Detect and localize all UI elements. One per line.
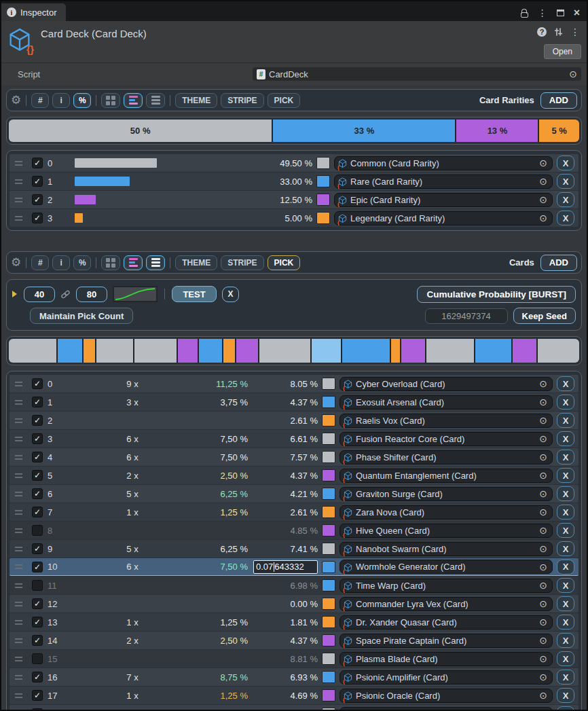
pick-strip-segment[interactable]: [96, 339, 133, 363]
drag-handle[interactable]: [10, 583, 27, 588]
object-picker-icon[interactable]: ⊙: [539, 471, 547, 480]
delete-row-button[interactable]: X: [557, 395, 574, 409]
drag-handle[interactable]: [10, 492, 27, 496]
color-swatch[interactable]: [322, 414, 335, 426]
object-picker-icon[interactable]: ⊙: [539, 581, 547, 590]
enabled-checkbox[interactable]: ✓: [32, 635, 43, 646]
delete-row-button[interactable]: X: [557, 651, 574, 666]
toolbar-button-pick[interactable]: PICK: [268, 255, 301, 270]
object-field[interactable]: {Nanobot Swarm (Card)⊙: [339, 542, 553, 556]
delete-row-button[interactable]: X: [557, 670, 574, 685]
enabled-checkbox[interactable]: ✓: [32, 525, 43, 536]
delete-row-button[interactable]: X: [557, 486, 574, 501]
card-row[interactable]: ✓13 x3,75 %4.37 %{Exosuit Arsenal (Card)…: [10, 393, 578, 411]
component-menu-icon[interactable]: ⋮: [570, 27, 580, 37]
object-field[interactable]: {Psionic Oracle (Card)⊙: [339, 689, 553, 703]
drag-handle[interactable]: [10, 418, 27, 423]
object-picker-icon[interactable]: ⊙: [539, 416, 547, 425]
color-swatch[interactable]: [322, 488, 335, 500]
card-row[interactable]: ✓52 x2,50 %4.37 %{Quantum Entanglement (…: [10, 467, 578, 484]
rarity-row[interactable]: ✓35.00 %{Legendary (Card Rarity)⊙X: [10, 209, 578, 227]
drag-handle[interactable]: [10, 528, 27, 533]
enabled-checkbox[interactable]: ✓: [32, 415, 43, 426]
delete-row-button[interactable]: X: [557, 211, 574, 225]
foldout-arrow-icon[interactable]: [12, 291, 17, 297]
delete-row-button[interactable]: X: [557, 156, 574, 170]
object-field[interactable]: {Dr. Xander Quasar (Card)⊙: [339, 615, 553, 630]
color-swatch[interactable]: [322, 506, 335, 518]
enabled-checkbox[interactable]: ✓: [32, 653, 43, 664]
drag-handle[interactable]: [10, 198, 27, 202]
object-picker-icon[interactable]: ⊙: [539, 544, 547, 553]
pick-strip-segment[interactable]: [9, 339, 56, 363]
pick-strip-segment[interactable]: [134, 339, 176, 363]
card-row[interactable]: ✓167 x8,75 %6.93 %{Psionic Amplifier (Ca…: [10, 668, 578, 686]
drag-handle[interactable]: [10, 216, 27, 221]
color-swatch[interactable]: [322, 579, 335, 591]
card-row[interactable]: ✓65 x6,25 %4.21 %{Graviton Surge (Card)⊙…: [10, 485, 578, 503]
seed-field[interactable]: 1629497374: [425, 308, 508, 324]
delete-row-button[interactable]: X: [557, 706, 574, 711]
delete-row-button[interactable]: X: [557, 523, 574, 538]
delete-row-button[interactable]: X: [557, 376, 574, 391]
enabled-checkbox[interactable]: ✓: [32, 562, 43, 572]
card-row[interactable]: ✓22.61 %{Raelis Vox (Card)⊙X: [10, 412, 578, 429]
toolbar-button-pick[interactable]: PICK: [268, 93, 301, 108]
object-field[interactable]: {Common (Card Rarity)⊙: [334, 156, 553, 170]
object-picker-icon[interactable]: ⊙: [539, 636, 547, 645]
color-swatch[interactable]: [322, 561, 335, 573]
color-swatch[interactable]: [322, 708, 335, 711]
close-icon[interactable]: ×: [574, 7, 580, 18]
pick-strip-segment[interactable]: [426, 339, 474, 363]
object-field[interactable]: {Zara Nova (Card)⊙: [339, 505, 553, 519]
object-field[interactable]: {Time Warp (Card)⊙: [339, 579, 553, 593]
rows-icon-button[interactable]: [146, 255, 165, 270]
window-menu-icon[interactable]: ⋮: [538, 8, 547, 18]
color-swatch[interactable]: [322, 689, 335, 701]
drag-handle[interactable]: [10, 473, 27, 478]
pick-strip-segment[interactable]: [84, 339, 95, 363]
card-row[interactable]: ✓120.00 %{Commander Lyra Vex (Card)⊙X: [10, 595, 578, 613]
gear-icon[interactable]: ⚙: [11, 94, 21, 106]
object-picker-icon[interactable]: ⊙: [539, 507, 547, 517]
grid-icon-button[interactable]: [101, 93, 120, 108]
rarity-row[interactable]: ✓049.50 %{Common (Card Rarity)⊙X: [10, 154, 578, 172]
toolbar-button-%[interactable]: %: [73, 255, 91, 270]
enabled-checkbox[interactable]: ✓: [32, 598, 43, 609]
drag-handle[interactable]: [10, 400, 27, 405]
enabled-checkbox[interactable]: ✓: [32, 433, 43, 444]
maintain-pick-count-button[interactable]: Maintain Pick Count: [30, 308, 133, 324]
card-row[interactable]: ✓116.98 %{Time Warp (Card)⊙X: [10, 577, 578, 594]
object-field[interactable]: {Epic (Card Rarity)⊙: [334, 193, 553, 207]
object-picker-icon[interactable]: ⊙: [539, 526, 547, 535]
delete-row-button[interactable]: X: [557, 596, 574, 611]
enabled-checkbox[interactable]: ✓: [32, 708, 43, 711]
enabled-checkbox[interactable]: ✓: [32, 452, 43, 462]
object-field[interactable]: {Quantum Entanglement (Card)⊙: [339, 469, 553, 483]
pick-strip-segment[interactable]: [236, 339, 258, 363]
delete-row-button[interactable]: X: [557, 468, 574, 483]
color-swatch[interactable]: [322, 671, 335, 683]
test-button[interactable]: TEST: [172, 286, 217, 302]
object-field[interactable]: {Raelis Vox (Card)⊙: [339, 414, 553, 428]
delete-row-button[interactable]: X: [557, 413, 574, 428]
toolbar-button-stripe[interactable]: STRIPE: [221, 255, 263, 270]
drag-handle[interactable]: [10, 179, 27, 184]
object-picker-icon[interactable]: ⊙: [539, 489, 547, 498]
color-swatch[interactable]: [322, 634, 335, 646]
link-icon[interactable]: [60, 289, 71, 299]
object-picker-icon[interactable]: ⊙: [539, 177, 547, 186]
object-picker-icon[interactable]: ⊙: [539, 158, 547, 168]
pick-max-field[interactable]: 80: [76, 287, 107, 302]
pick-strip-segment[interactable]: [538, 339, 579, 363]
enabled-checkbox[interactable]: ✓: [32, 580, 43, 591]
enabled-checkbox[interactable]: ✓: [32, 213, 43, 223]
enabled-checkbox[interactable]: ✓: [32, 672, 43, 682]
pick-strip-segment[interactable]: [312, 339, 342, 363]
pick-min-field[interactable]: 40: [24, 287, 55, 302]
pick-strip-segment[interactable]: [475, 339, 511, 363]
enabled-checkbox[interactable]: ✓: [32, 158, 43, 168]
drag-handle[interactable]: [10, 437, 27, 441]
object-field[interactable]: {Wormhole Generator (Card)⊙: [339, 560, 553, 574]
delete-row-button[interactable]: X: [557, 505, 574, 519]
